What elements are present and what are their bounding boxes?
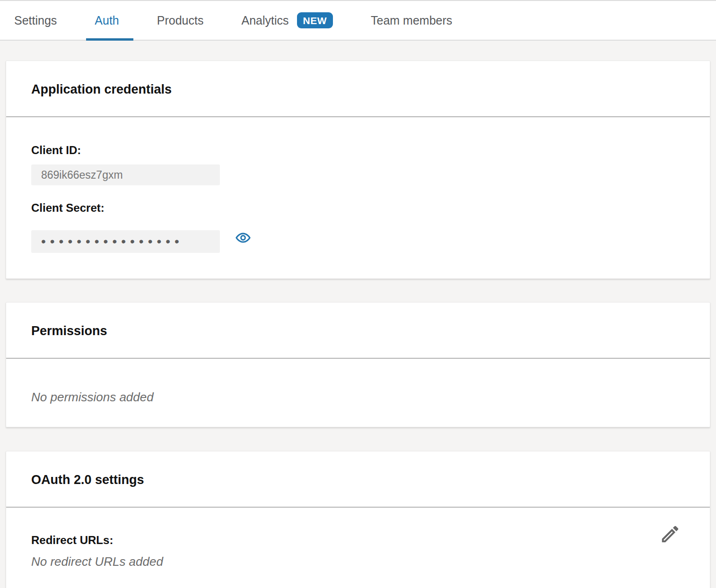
edit-redirect-urls-button[interactable] <box>659 523 681 545</box>
tab-analytics-label: Analytics <box>241 14 288 27</box>
client-secret-field[interactable]: •••••••••••••••• <box>31 230 220 253</box>
tab-team-members[interactable]: Team members <box>371 1 452 40</box>
tab-settings[interactable]: Settings <box>14 1 57 40</box>
reveal-secret-button[interactable] <box>235 230 251 246</box>
active-tab-underline <box>86 38 133 41</box>
tab-analytics[interactable]: Analytics NEW <box>241 1 333 40</box>
permissions-empty-state: No permissions added <box>31 390 685 404</box>
tab-auth[interactable]: Auth <box>95 1 119 40</box>
permissions-card: Permissions No permissions added <box>6 302 710 427</box>
tab-bar: Settings Auth Products Analytics NEW Tea… <box>0 0 716 41</box>
redirect-urls-label: Redirect URLs: <box>31 534 685 547</box>
tab-auth-label: Auth <box>95 14 119 27</box>
oauth-settings-title: OAuth 2.0 settings <box>6 451 710 508</box>
oauth-settings-card: OAuth 2.0 settings Redirect URLs: No red… <box>6 451 710 588</box>
pencil-icon <box>659 523 681 545</box>
tab-products[interactable]: Products <box>157 1 204 40</box>
permissions-body: No permissions added <box>6 359 710 427</box>
client-secret-row: •••••••••••••••• <box>31 223 685 253</box>
tab-team-members-label: Team members <box>371 14 452 27</box>
redirect-urls-empty-state: No redirect URLs added <box>31 554 685 569</box>
client-id-field[interactable]: 869ik66esz7gxm <box>31 164 220 185</box>
application-credentials-body: Client ID: 869ik66esz7gxm Client Secret:… <box>6 117 710 278</box>
permissions-title: Permissions <box>6 303 710 359</box>
client-id-label: Client ID: <box>31 144 685 157</box>
tab-products-label: Products <box>157 14 204 27</box>
application-credentials-title: Application credentials <box>6 61 710 117</box>
client-secret-label: Client Secret: <box>31 201 685 215</box>
tab-settings-label: Settings <box>14 14 57 27</box>
application-credentials-card: Application credentials Client ID: 869ik… <box>6 61 710 279</box>
new-badge: NEW <box>297 12 333 28</box>
eye-icon <box>235 230 251 246</box>
oauth-settings-body: Redirect URLs: No redirect URLs added <box>6 508 710 588</box>
